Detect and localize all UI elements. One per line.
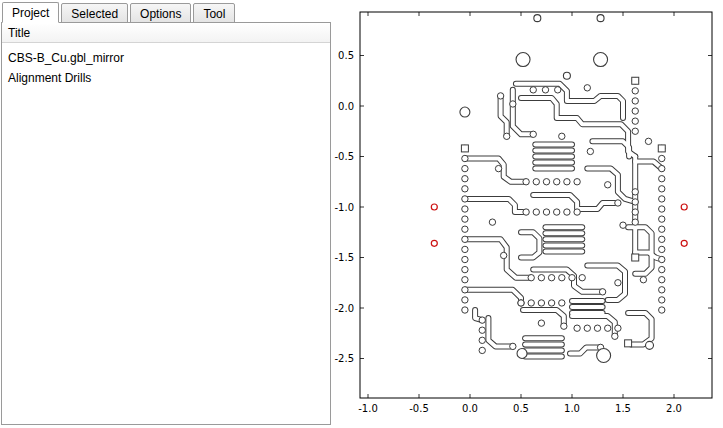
pad xyxy=(462,226,468,232)
y-tick-label: -1.0 xyxy=(334,202,354,213)
pad xyxy=(632,209,638,215)
pad xyxy=(559,133,565,139)
left-panel: ProjectSelectedOptionsTool Title CBS-B_C… xyxy=(0,0,333,428)
pad xyxy=(659,186,665,192)
tab-selected[interactable]: Selected xyxy=(61,3,128,23)
x-tick-label: -0.5 xyxy=(409,403,429,414)
pad xyxy=(564,179,570,185)
y-tick-label: 0.5 xyxy=(338,50,354,61)
mount-hole xyxy=(646,341,654,349)
pad xyxy=(659,297,665,303)
tab-options[interactable]: Options xyxy=(130,3,191,23)
pad xyxy=(574,325,580,331)
pad xyxy=(533,179,539,185)
pad xyxy=(605,182,611,188)
pad xyxy=(500,252,506,258)
pad xyxy=(510,343,516,349)
pad xyxy=(462,186,468,192)
pad xyxy=(462,176,468,182)
pad xyxy=(659,216,665,222)
pad xyxy=(632,88,638,94)
pad xyxy=(504,133,510,139)
pad xyxy=(495,165,501,171)
y-tick-label: -2.5 xyxy=(334,353,354,364)
pad xyxy=(632,118,638,124)
pad xyxy=(533,209,539,215)
project-panel: Title CBS-B_Cu.gbl_mirrorAlignment Drill… xyxy=(1,22,331,425)
pad xyxy=(659,206,665,212)
mount-hole xyxy=(563,72,570,79)
tab-project[interactable]: Project xyxy=(2,2,59,23)
pad xyxy=(559,300,565,306)
pad xyxy=(632,108,638,114)
pad xyxy=(574,209,580,215)
pad xyxy=(659,307,665,313)
pad xyxy=(548,275,554,281)
pad xyxy=(523,179,529,185)
pad xyxy=(632,219,638,225)
pad xyxy=(579,275,585,281)
pad xyxy=(620,222,626,228)
pad xyxy=(479,317,485,323)
pad xyxy=(640,277,646,283)
pad xyxy=(462,297,468,303)
mount-hole xyxy=(460,107,470,117)
project-item[interactable]: Alignment Drills xyxy=(2,68,330,88)
pad xyxy=(462,307,468,313)
pad xyxy=(555,87,561,93)
pad xyxy=(559,275,565,281)
square-pad xyxy=(658,145,665,152)
pad xyxy=(497,93,503,99)
app-window: ProjectSelectedOptionsTool Title CBS-B_C… xyxy=(0,0,723,428)
mount-hole xyxy=(516,53,530,67)
pad xyxy=(599,289,605,295)
pad xyxy=(462,206,468,212)
pad xyxy=(632,98,638,104)
y-tick-label: -1.5 xyxy=(334,252,354,263)
pad xyxy=(538,275,544,281)
pad xyxy=(548,300,554,306)
pad xyxy=(510,101,516,107)
pad xyxy=(462,256,468,262)
pad xyxy=(659,246,665,252)
pad xyxy=(530,87,536,93)
pad xyxy=(569,275,575,281)
pad xyxy=(615,280,621,286)
pad xyxy=(543,209,549,215)
pad xyxy=(645,138,651,144)
square-pad xyxy=(632,254,639,261)
pad xyxy=(528,275,534,281)
square-pad xyxy=(461,145,468,152)
pad xyxy=(530,131,536,137)
x-tick-label: 2.0 xyxy=(666,403,682,414)
project-list: CBS-B_Cu.gbl_mirrorAlignment Drills xyxy=(2,43,330,88)
pad xyxy=(612,333,618,339)
tab-tool[interactable]: Tool xyxy=(193,3,235,23)
pad xyxy=(632,189,638,195)
project-item[interactable]: CBS-B_Cu.gbl_mirror xyxy=(2,48,330,68)
pad xyxy=(659,165,665,171)
pad xyxy=(462,236,468,242)
pad xyxy=(538,300,544,306)
plot-area[interactable]: -1.0-0.50.00.51.01.52.00.50.0-0.5-1.0-1.… xyxy=(333,0,723,428)
pad xyxy=(584,325,590,331)
pad xyxy=(587,148,593,154)
pad xyxy=(542,87,548,93)
pad xyxy=(538,320,544,326)
list-header-title: Title xyxy=(2,23,330,43)
pad xyxy=(594,325,600,331)
pad xyxy=(659,236,665,242)
mount-hole xyxy=(597,348,611,362)
mount-hole xyxy=(597,15,604,22)
pad xyxy=(561,323,567,329)
x-tick-label: 0.0 xyxy=(462,403,478,414)
pad xyxy=(462,165,468,171)
pad xyxy=(659,287,665,293)
x-tick-label: 1.0 xyxy=(564,403,580,414)
y-tick-label: -0.5 xyxy=(334,151,354,162)
pad xyxy=(659,277,665,283)
pad xyxy=(554,209,560,215)
pad xyxy=(528,300,534,306)
plot-svg[interactable]: -1.0-0.50.00.51.01.52.00.50.0-0.5-1.0-1.… xyxy=(333,0,723,428)
pad xyxy=(462,287,468,293)
